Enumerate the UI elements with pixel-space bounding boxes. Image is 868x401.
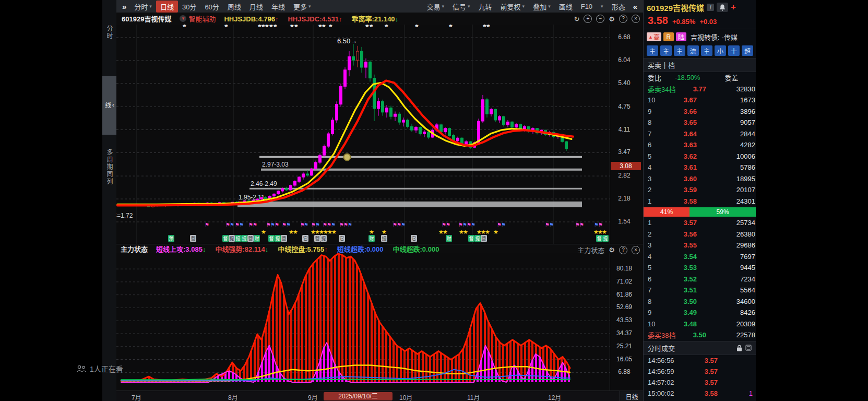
rail-tab-multi-period[interactable]: 多周期同列 bbox=[102, 139, 116, 195]
sub-tick-25.21: 25.21 bbox=[610, 343, 639, 350]
sell-order-row[interactable]: 73.642844 bbox=[644, 128, 756, 140]
tab-monthly[interactable]: 月线 bbox=[245, 1, 267, 13]
caret-f10[interactable]: ▾ bbox=[597, 3, 608, 10]
collapse-chevron[interactable]: « bbox=[629, 2, 641, 11]
signal-star-icon: * bbox=[329, 25, 332, 32]
menu-trade[interactable]: 交易▾ bbox=[422, 1, 448, 13]
sell-order-row[interactable]: 53.6210006 bbox=[644, 151, 756, 162]
menu-signal[interactable]: 信号▾ bbox=[448, 1, 474, 13]
quick-tab-6[interactable]: 十 bbox=[728, 45, 740, 56]
svg-text:提: 提 bbox=[475, 236, 480, 241]
caret-down-icon: ▾ bbox=[522, 4, 525, 9]
sell-order-row[interactable]: 83.659057 bbox=[644, 117, 756, 128]
svg-text:督: 督 bbox=[597, 235, 602, 241]
trend-arrow-icon: ↓ bbox=[203, 245, 206, 253]
candle bbox=[260, 197, 263, 199]
btn-nine-turn[interactable]: 九转 bbox=[474, 1, 496, 13]
info-icon[interactable]: i bbox=[707, 4, 714, 11]
sub-close-icon[interactable]: × bbox=[632, 246, 640, 254]
star-marker-icon: ★ bbox=[293, 229, 298, 235]
quick-tab-5[interactable]: 小 bbox=[715, 45, 726, 56]
tab-60min[interactable]: 60分 bbox=[200, 1, 223, 13]
viewers-icon bbox=[76, 365, 87, 372]
sub-help-icon[interactable]: ? bbox=[619, 246, 627, 254]
chart-gear-icon[interactable]: ⚙ bbox=[609, 15, 615, 23]
rail-tab-kline[interactable]: ‹ 线 bbox=[102, 76, 116, 135]
btn-draw-line[interactable]: 画线 bbox=[555, 1, 577, 13]
sell-order-row[interactable]: 43.615786 bbox=[644, 162, 756, 173]
quick-tab-4[interactable]: 主 bbox=[701, 45, 712, 56]
buy-order-row[interactable]: 83.5034600 bbox=[644, 296, 756, 308]
svg-text:财: 财 bbox=[370, 235, 374, 241]
chart-close-icon[interactable]: × bbox=[632, 15, 640, 23]
alert-bell-icon[interactable] bbox=[717, 3, 728, 12]
mouse-cursor-dot bbox=[344, 154, 351, 161]
signal-star-icon: * bbox=[294, 25, 298, 32]
buy-order-row[interactable]: 33.5529686 bbox=[644, 240, 756, 251]
quick-tab-2[interactable]: 主 bbox=[674, 45, 685, 56]
menu-adjust[interactable]: 前复权▾ bbox=[496, 1, 529, 13]
tab-daily[interactable]: 日线 bbox=[156, 1, 178, 13]
indicator-chart-canvas[interactable] bbox=[116, 253, 643, 391]
period-label[interactable]: 日线 bbox=[620, 391, 644, 401]
chart-minus-icon[interactable]: − bbox=[596, 15, 604, 23]
sell-order-row[interactable]: 13.5824301 bbox=[644, 196, 756, 207]
menu-overlay[interactable]: 叠加▾ bbox=[529, 1, 555, 13]
tab-weekly[interactable]: 周线 bbox=[223, 1, 245, 13]
time-tick-9月: 9月 bbox=[308, 393, 318, 401]
flag-marker-icon: ⚑ bbox=[315, 222, 320, 228]
menu-more[interactable]: 更多▾ bbox=[289, 1, 315, 13]
buy-order-row[interactable]: 13.5725734 bbox=[644, 217, 756, 229]
candle bbox=[515, 124, 518, 127]
chart-refresh-icon[interactable]: ↻ bbox=[574, 15, 579, 23]
sell-order-row[interactable]: 63.634282 bbox=[644, 139, 756, 151]
buy-order-row[interactable]: 23.5626380 bbox=[644, 229, 756, 240]
buy-summary-row: 委买38档 3.50 22578 bbox=[644, 329, 756, 341]
candle bbox=[503, 116, 505, 125]
candlestick-chart-canvas[interactable]: 2.97-3.032.46-2.491.95-2.116.50→年=1.72**… bbox=[116, 25, 643, 244]
quick-tab-7[interactable]: 超 bbox=[742, 45, 753, 56]
sell-order-row[interactable]: 33.6018995 bbox=[644, 173, 756, 185]
sub-tick-34.37: 34.37 bbox=[610, 329, 639, 337]
viewer-count-text: 1人正在看 bbox=[90, 363, 123, 374]
buy-order-row[interactable]: 63.527234 bbox=[644, 274, 756, 285]
btn-f10[interactable]: F10 bbox=[577, 2, 597, 11]
buy-order-row[interactable]: 103.4820309 bbox=[644, 319, 756, 330]
buy-order-row[interactable]: 43.547697 bbox=[644, 251, 756, 263]
sub-gear-icon[interactable]: ⚙ bbox=[609, 246, 615, 254]
tab-30min[interactable]: 30分 bbox=[178, 1, 200, 13]
smart-assist-button[interactable]: ▼ 智能辅助 bbox=[180, 14, 216, 23]
quick-tab-0[interactable]: 主 bbox=[647, 45, 658, 56]
ma-line bbox=[117, 80, 573, 205]
sub-tick-80.18: 80.18 bbox=[610, 265, 639, 272]
candle bbox=[377, 101, 380, 109]
tick-trade-row: 14:56:593.57 bbox=[644, 366, 756, 377]
quick-tab-1[interactable]: 主 bbox=[660, 45, 672, 56]
support-band bbox=[237, 202, 582, 207]
sell-summary-row: 委卖34档 3.77 32830 bbox=[644, 84, 756, 95]
chart-plus-icon[interactable]: + bbox=[584, 15, 592, 23]
tab-fenshi[interactable]: 分时▾ bbox=[130, 1, 156, 13]
candle bbox=[256, 199, 259, 200]
candle bbox=[482, 100, 484, 121]
quick-tab-3[interactable]: 流 bbox=[687, 45, 699, 56]
lock-icon[interactable] bbox=[736, 345, 742, 351]
candle bbox=[336, 104, 338, 120]
rail-tab-fenshi[interactable]: 分时 bbox=[102, 16, 116, 49]
buy-order-row[interactable]: 73.515564 bbox=[644, 285, 756, 296]
buy-order-row[interactable]: 53.539445 bbox=[644, 262, 756, 274]
expand-chevron[interactable]: » bbox=[118, 2, 130, 11]
sell-order-row[interactable]: 103.671673 bbox=[644, 95, 756, 106]
caret-down-icon: ▾ bbox=[442, 4, 445, 9]
list-icon[interactable] bbox=[745, 345, 752, 351]
sell-order-row[interactable]: 23.5920107 bbox=[644, 184, 756, 196]
buy-order-row[interactable]: 93.498426 bbox=[644, 307, 756, 319]
crosshair-price-label: 3.08 bbox=[611, 162, 641, 170]
sell-order-row[interactable]: 93.663896 bbox=[644, 106, 756, 117]
convertible-bond-label[interactable]: 吉视转债: bbox=[691, 32, 720, 42]
tab-yearly[interactable]: 年线 bbox=[267, 1, 289, 13]
btn-pattern[interactable]: 形态 bbox=[608, 1, 629, 13]
stock-code-name[interactable]: 601929吉视传媒 bbox=[647, 2, 704, 13]
chart-help-icon[interactable]: ? bbox=[619, 15, 627, 23]
add-watchlist-button[interactable]: + bbox=[731, 2, 736, 13]
